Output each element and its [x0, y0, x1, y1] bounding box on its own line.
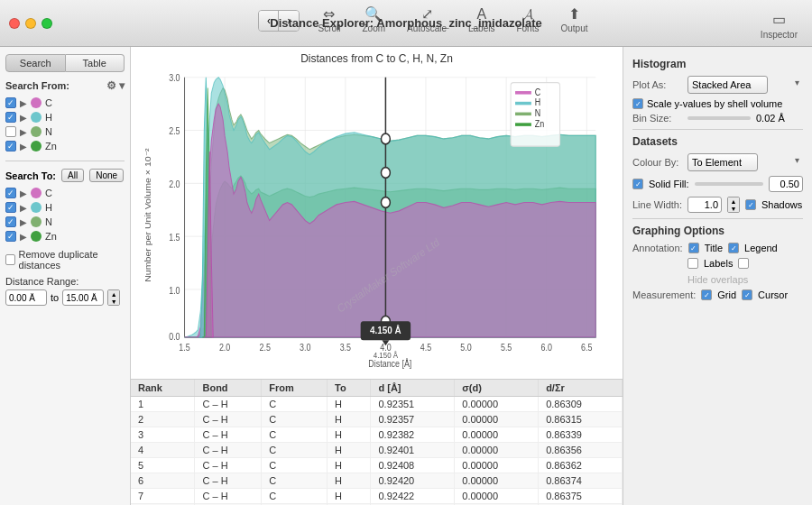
svg-text:Zn: Zn [535, 118, 544, 129]
colour-by-select[interactable]: To Element [687, 153, 758, 171]
inspector-label: Inspector [761, 30, 798, 40]
search-from-checkbox[interactable] [5, 97, 16, 108]
graph-title: Distances from C to C, H, N, Zn [131, 47, 623, 67]
expand-arrow[interactable]: ▶ [20, 113, 27, 123]
table-row[interactable]: 5C – HCH0.924080.000000.86362 [131, 458, 623, 473]
search-to-item: ▶ H [5, 200, 125, 215]
table-row[interactable]: 7C – HCH0.924220.000000.86375 [131, 489, 623, 504]
distance-range: Distance Range: to ▲ ▼ [5, 276, 125, 306]
none-button[interactable]: None [89, 169, 124, 182]
solid-fill-slider[interactable] [695, 182, 763, 186]
table-cell: H [328, 427, 371, 443]
svg-text:1.0: 1.0 [169, 285, 180, 296]
line-width-stepper: ▲ ▼ [727, 197, 740, 213]
expand-arrow[interactable]: ▶ [20, 127, 27, 137]
table-row[interactable]: 6C – HCH0.924200.000000.86374 [131, 473, 623, 489]
col-to: To [328, 380, 371, 397]
stepper-down[interactable]: ▼ [108, 298, 119, 305]
element-label: H [45, 202, 52, 213]
expand-arrow[interactable]: ▶ [20, 142, 27, 152]
expand-arrow[interactable]: ▶ [20, 188, 27, 198]
expand-arrow[interactable]: ▶ [20, 203, 27, 213]
element-color-dot [31, 126, 42, 137]
labels-checkbox[interactable] [687, 258, 698, 269]
svg-rect-61 [515, 123, 531, 126]
center-area: Distances from C to C, H, N, Zn [131, 47, 623, 505]
table-row[interactable]: 2C – HCH0.923570.000000.86315 [131, 412, 623, 427]
element-label: Zn [45, 231, 57, 242]
table-cell: C [262, 489, 328, 504]
title-checkbox[interactable] [688, 243, 699, 253]
search-to-checkbox[interactable] [5, 216, 16, 227]
cursor-checkbox[interactable] [742, 289, 752, 300]
svg-text:3.5: 3.5 [340, 342, 352, 353]
table-cell: 6 [131, 473, 195, 489]
remove-duplicates-checkbox[interactable] [5, 254, 15, 265]
expand-arrow[interactable]: ▶ [20, 217, 27, 227]
table-cell: C [262, 397, 328, 412]
minimize-button[interactable] [25, 18, 36, 29]
table-cell: 0.92422 [371, 489, 455, 504]
inspector-button[interactable]: ▭ Inspector [755, 7, 803, 43]
table-cell: 0.92382 [371, 427, 455, 443]
solid-fill-value[interactable] [769, 176, 803, 192]
tab-search[interactable]: Search [5, 54, 66, 72]
table-cell: 0.86362 [539, 458, 623, 473]
search-from-list: ▶ C ▶ H ▶ N ▶ Zn [5, 96, 125, 153]
svg-text:2.5: 2.5 [169, 126, 180, 137]
search-to-checkbox[interactable] [5, 202, 16, 213]
range-from-input[interactable] [5, 289, 47, 306]
plot-as-select[interactable]: Stacked Area [687, 76, 768, 94]
table-cell: H [328, 458, 371, 473]
table-cell: H [328, 443, 371, 458]
close-button[interactable] [9, 18, 20, 29]
svg-rect-55 [515, 91, 531, 95]
search-to-item: ▶ Zn [5, 229, 125, 243]
svg-text:5.0: 5.0 [460, 342, 472, 353]
expand-arrow[interactable]: ▶ [20, 98, 27, 108]
search-from-checkbox[interactable] [5, 112, 16, 123]
grid-checkbox[interactable] [701, 289, 712, 300]
lw-stepper-up[interactable]: ▲ [728, 197, 739, 205]
table-row[interactable]: 1C – HCH0.923510.000000.86309 [131, 397, 623, 412]
table-cell: 0.00000 [455, 443, 539, 458]
gear-icon[interactable]: ⚙ ▾ [106, 79, 125, 92]
svg-text:Number per Unit Volume × 10⁻²: Number per Unit Volume × 10⁻² [143, 148, 152, 282]
expand-arrow[interactable]: ▶ [20, 232, 27, 242]
search-to-list: ▶ C ▶ H ▶ N ▶ Zn [5, 186, 125, 243]
table-cell: 0.00000 [455, 412, 539, 427]
table-row[interactable]: 4C – HCH0.924010.000000.86356 [131, 443, 623, 458]
shadows-checkbox[interactable] [745, 199, 756, 210]
hide-overlaps-checkbox[interactable] [738, 258, 749, 269]
svg-text:4.5: 4.5 [420, 342, 432, 353]
tab-table[interactable]: Table [66, 54, 125, 72]
scale-y-checkbox[interactable] [632, 98, 643, 109]
lw-stepper-down[interactable]: ▼ [728, 205, 739, 212]
search-from-checkbox[interactable] [5, 141, 16, 152]
element-label: N [45, 126, 52, 137]
search-to-checkbox[interactable] [5, 231, 16, 242]
output-tool[interactable]: ⬆ Output [549, 4, 598, 37]
stepper-up[interactable]: ▲ [108, 290, 119, 298]
solid-fill-checkbox[interactable] [632, 179, 643, 189]
search-from-checkbox[interactable] [5, 126, 16, 137]
range-to-input[interactable] [62, 289, 104, 306]
search-to-checkbox[interactable] [5, 188, 16, 198]
maximize-button[interactable] [42, 18, 52, 29]
table-cell: 0.86356 [539, 443, 623, 458]
main-layout: Search Table Search From: ⚙ ▾ ▶ C ▶ H ▶ … [0, 47, 812, 505]
inspector-icon: ▭ [772, 11, 786, 28]
legend-checkbox[interactable] [728, 243, 739, 253]
bin-size-slider[interactable] [687, 116, 751, 120]
chart-svg: 3.0 2.5 2.0 1.5 1.0 0.0 1.5 2.0 2.5 3.0 … [140, 67, 614, 374]
table-cell: 0.00000 [455, 489, 539, 504]
table-cell: C [262, 458, 328, 473]
line-width-input[interactable] [687, 197, 722, 213]
svg-text:6.5: 6.5 [581, 342, 593, 353]
all-button[interactable]: All [61, 169, 84, 182]
graph-container[interactable]: 3.0 2.5 2.0 1.5 1.0 0.0 1.5 2.0 2.5 3.0 … [140, 67, 614, 374]
svg-text:4.150 Å: 4.150 Å [374, 351, 398, 361]
table-row[interactable]: 3C – HCH0.923820.000000.86339 [131, 427, 623, 443]
table-cell: 0.00000 [455, 397, 539, 412]
col-bond: Bond [195, 380, 262, 397]
